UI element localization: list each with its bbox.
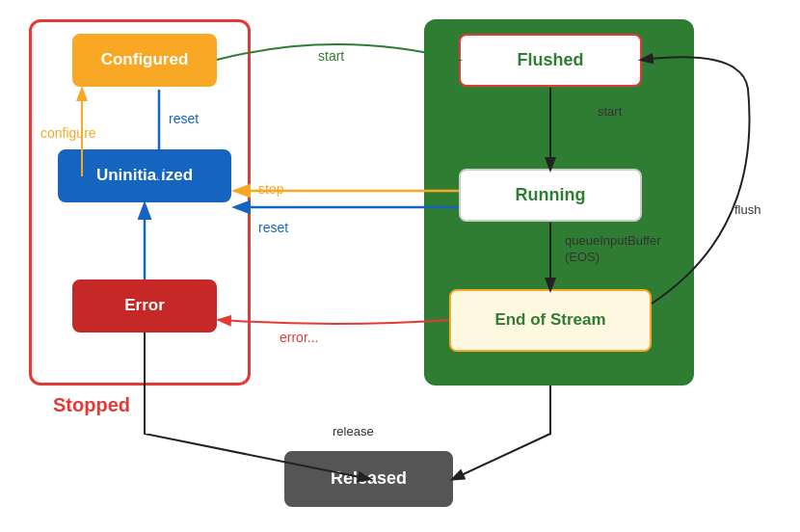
executing-label: Executing [487,393,579,415]
flushed-state: Flushed [459,34,642,87]
running-state: Running [459,169,642,222]
uninitialized-state: Uninitialized [58,149,231,202]
endofstream-state: End of Stream [449,289,652,352]
flush-label: flush [734,202,760,217]
release-label: release [333,424,374,439]
error-state: Error [72,279,217,332]
queue-input-label: queueInputBuffer (EOS) [565,233,671,266]
start-running-label: start [598,104,622,119]
released-state: Released [284,451,453,507]
reset-exec-label: reset [258,220,288,235]
diagram: Stopped Executing Configured Uninitializ… [0,0,800,532]
start-flushed-label: start [318,48,344,64]
stop-label: stop [258,181,283,197]
configured-state: Configured [72,34,217,87]
stopped-label: Stopped [53,393,130,416]
reset-config-label: reset [169,111,199,126]
error-label: error... [280,330,318,345]
configure-label: configure [40,125,96,141]
